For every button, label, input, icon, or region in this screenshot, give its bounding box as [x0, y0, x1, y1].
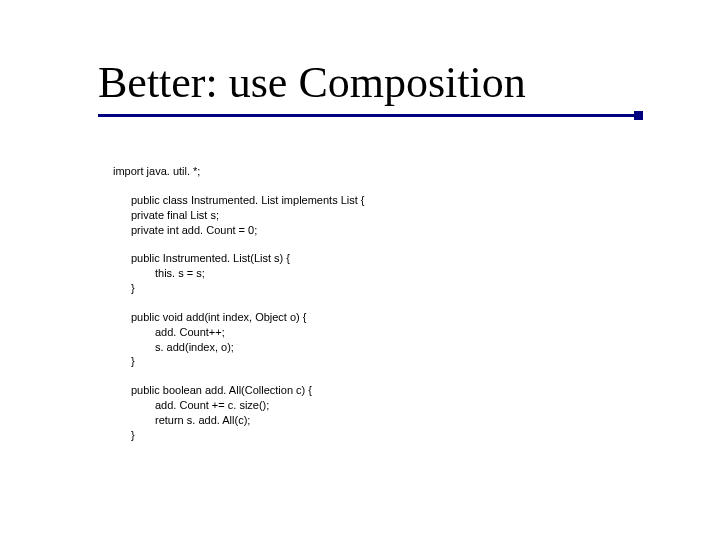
title-accent-square	[634, 111, 643, 120]
code-line: add. Count += c. size();	[113, 398, 633, 413]
code-line: this. s = s;	[113, 266, 633, 281]
code-line: private final List s;	[113, 208, 633, 223]
code-line: public Instrumented. List(List s) {	[113, 251, 633, 266]
code-line: return s. add. All(c);	[113, 413, 633, 428]
code-line: public void add(int index, Object o) {	[113, 310, 633, 325]
title-block: Better: use Composition	[98, 60, 680, 106]
code-blank	[113, 179, 633, 193]
code-line: }	[113, 281, 633, 296]
code-line: }	[113, 428, 633, 443]
code-line: public class Instrumented. List implemen…	[113, 193, 633, 208]
code-line: s. add(index, o);	[113, 340, 633, 355]
slide: Better: use Composition import java. uti…	[0, 0, 720, 540]
code-line: add. Count++;	[113, 325, 633, 340]
code-line: import java. util. *;	[113, 165, 200, 177]
code-line: public boolean add. All(Collection c) {	[113, 383, 633, 398]
code-block: import java. util. *; public class Instr…	[113, 164, 633, 443]
code-blank	[113, 237, 633, 251]
code-blank	[113, 296, 633, 310]
code-line: private int add. Count = 0;	[113, 223, 633, 238]
title-underline	[98, 114, 634, 117]
code-blank	[113, 369, 633, 383]
code-line: }	[113, 354, 633, 369]
slide-title: Better: use Composition	[98, 58, 526, 107]
